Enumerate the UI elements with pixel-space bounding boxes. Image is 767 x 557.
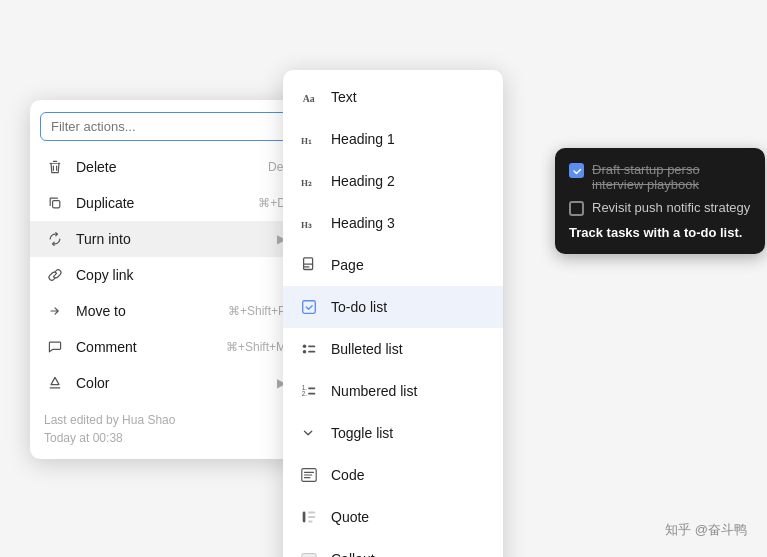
- heading1-label: Heading 1: [331, 131, 395, 147]
- submenu-numbered[interactable]: 1. 2. Numbered list: [283, 370, 503, 412]
- menu-item-color[interactable]: Color ▶: [30, 365, 300, 401]
- todo-icon: [295, 293, 323, 321]
- color-label: Color: [76, 375, 271, 391]
- svg-rect-1: [53, 201, 60, 208]
- duplicate-label: Duplicate: [76, 195, 250, 211]
- code-label: Code: [331, 467, 364, 483]
- submenu-text[interactable]: Aa Text: [283, 76, 503, 118]
- svg-rect-21: [302, 554, 316, 557]
- svg-rect-17: [303, 512, 306, 523]
- svg-rect-11: [308, 351, 315, 353]
- bulleted-label: Bulleted list: [331, 341, 403, 357]
- quote-label: Quote: [331, 509, 369, 525]
- menu-item-duplicate[interactable]: Duplicate ⌘+D: [30, 185, 300, 221]
- svg-point-8: [303, 345, 307, 349]
- submenu-code[interactable]: Code: [283, 454, 503, 496]
- h1-icon: H₁: [295, 125, 323, 153]
- color-icon: [44, 372, 66, 394]
- duplicate-icon: [44, 192, 66, 214]
- page-label: Page: [331, 257, 364, 273]
- checkbox-unchecked-2: [569, 201, 584, 216]
- menu-item-move-to[interactable]: Move to ⌘+Shift+P: [30, 293, 300, 329]
- svg-rect-20: [308, 521, 313, 523]
- toggle-icon: [295, 419, 323, 447]
- callout-icon: [295, 545, 323, 557]
- filter-input[interactable]: [40, 112, 290, 141]
- svg-rect-15: [308, 393, 315, 395]
- delete-label: Delete: [76, 159, 260, 175]
- menu-item-delete[interactable]: Delete Del: [30, 149, 300, 185]
- trash-icon: [44, 156, 66, 178]
- svg-text:H₃: H₃: [301, 220, 312, 230]
- link-icon: [44, 264, 66, 286]
- svg-point-9: [303, 350, 307, 354]
- menu-item-comment[interactable]: Comment ⌘+Shift+M: [30, 329, 300, 365]
- duplicate-shortcut: ⌘+D: [258, 196, 286, 210]
- move-to-shortcut: ⌘+Shift+P: [228, 304, 286, 318]
- todo-label: To-do list: [331, 299, 387, 315]
- svg-rect-10: [308, 345, 315, 347]
- tooltip-card: Draft startup perso interview playbook R…: [555, 148, 765, 254]
- last-edited-text: Last edited by Hua ShaoToday at 00:38: [44, 413, 175, 445]
- context-menu: Delete Del Duplicate ⌘+D Turn into ▶: [30, 100, 300, 459]
- quote-icon: [295, 503, 323, 531]
- move-to-icon: [44, 300, 66, 322]
- watermark: 知乎 @奋斗鸭: [665, 521, 747, 539]
- h2-icon: H₂: [295, 167, 323, 195]
- filter-area[interactable]: [40, 112, 290, 141]
- menu-item-copy-link[interactable]: Copy link: [30, 257, 300, 293]
- submenu-callout[interactable]: Callout: [283, 538, 503, 557]
- svg-text:H₁: H₁: [301, 136, 312, 146]
- svg-rect-7: [303, 301, 316, 314]
- last-edited-info: Last edited by Hua ShaoToday at 00:38: [30, 401, 300, 447]
- submenu-toggle[interactable]: Toggle list: [283, 412, 503, 454]
- svg-rect-14: [308, 387, 315, 389]
- svg-text:Aa: Aa: [303, 93, 315, 104]
- todo-item-2: Revisit push notific strategy: [569, 200, 751, 216]
- page-icon: [295, 251, 323, 279]
- todo-item-1: Draft startup perso interview playbook: [569, 162, 751, 192]
- menu-item-turn-into[interactable]: Turn into ▶: [30, 221, 300, 257]
- submenu-heading1[interactable]: H₁ Heading 1: [283, 118, 503, 160]
- checkbox-checked-1: [569, 163, 584, 178]
- submenu-todo[interactable]: To-do list: [283, 286, 503, 328]
- svg-rect-18: [308, 512, 315, 514]
- svg-rect-19: [308, 516, 315, 518]
- tooltip-description: Track tasks with a to-do list.: [569, 224, 751, 242]
- turn-into-icon: [44, 228, 66, 250]
- text-label: Text: [331, 89, 357, 105]
- todo-text-1: Draft startup perso interview playbook: [592, 162, 751, 192]
- turn-into-label: Turn into: [76, 231, 271, 247]
- numbered-label: Numbered list: [331, 383, 417, 399]
- code-icon: [295, 461, 323, 489]
- move-to-label: Move to: [76, 303, 220, 319]
- svg-text:H₂: H₂: [301, 178, 312, 188]
- toggle-label: Toggle list: [331, 425, 393, 441]
- text-icon: Aa: [295, 83, 323, 111]
- comment-icon: [44, 336, 66, 358]
- submenu-quote[interactable]: Quote: [283, 496, 503, 538]
- comment-shortcut: ⌘+Shift+M: [226, 340, 286, 354]
- submenu-heading3[interactable]: H₃ Heading 3: [283, 202, 503, 244]
- comment-label: Comment: [76, 339, 218, 355]
- heading2-label: Heading 2: [331, 173, 395, 189]
- turn-into-submenu: Aa Text H₁ Heading 1 H₂ Heading 2 H₃ Hea…: [283, 70, 503, 557]
- bullet-icon: [295, 335, 323, 363]
- copy-link-label: Copy link: [76, 267, 286, 283]
- todo-text-2: Revisit push notific strategy: [592, 200, 750, 215]
- h3-icon: H₃: [295, 209, 323, 237]
- heading3-label: Heading 3: [331, 215, 395, 231]
- submenu-page[interactable]: Page: [283, 244, 503, 286]
- numbered-icon: 1. 2.: [295, 377, 323, 405]
- submenu-bulleted[interactable]: Bulleted list: [283, 328, 503, 370]
- callout-label: Callout: [331, 551, 375, 557]
- svg-text:2.: 2.: [302, 390, 308, 397]
- submenu-heading2[interactable]: H₂ Heading 2: [283, 160, 503, 202]
